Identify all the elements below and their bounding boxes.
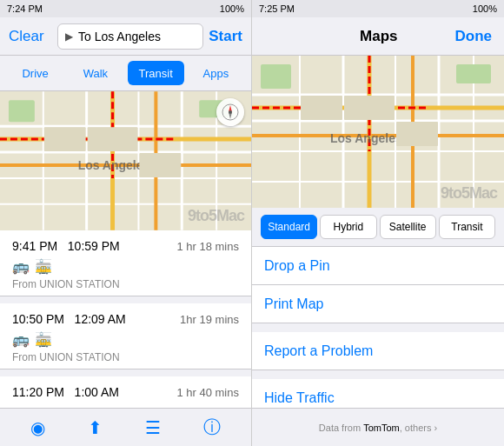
destination-text: To Los Angeles [78,30,161,43]
left-bottom-bar: ◉ ⬆ ☰ ⓘ [0,408,251,446]
svg-rect-21 [139,153,181,177]
svg-rect-17 [9,100,35,122]
svg-rect-20 [88,127,138,151]
start-button[interactable]: Start [209,28,242,45]
tomtom-label: TomTom [363,423,400,433]
options-list: Drop a Pin Print Map Report a Problem Hi… [252,247,504,408]
right-panel: 7:25 PM 100% Maps Done Los Angeles [252,0,504,446]
svg-rect-43 [261,64,291,89]
map-type-satellite[interactable]: Satellite [380,215,436,239]
right-battery: 100% [473,3,497,14]
route-2-time: 11:20 PM 1:00 AM [12,385,119,399]
routes-list: 9:41 PM 10:59 PM 1 hr 18 mins 🚌 🚋 From U… [0,230,251,408]
route-1-from: From UNION STATION [12,351,239,363]
map-type-hybrid[interactable]: Hybrid [320,215,376,239]
svg-text:Los Angeles: Los Angeles [78,158,150,172]
route-1-time: 10:50 PM 12:09 AM [12,312,126,326]
compass-button[interactable] [216,98,244,126]
left-time: 7:24 PM [7,3,43,14]
transport-tabs: Drive Walk Transit Apps [0,56,251,91]
route-item-2[interactable]: 11:20 PM 1:00 AM 1 hr 40 mins 🚌 From UNI… [0,376,251,408]
route-item-1[interactable]: 10:50 PM 12:09 AM 1hr 19 mins 🚌 🚋 From U… [0,303,251,369]
list-icon[interactable]: ☰ [145,417,161,438]
right-status-bar: 7:25 PM 100% [252,0,504,17]
tab-drive[interactable]: Drive [7,61,63,85]
right-map-area[interactable]: Los Angeles 9to5Mac [252,56,504,208]
nav-direction-icon: ▶ [65,30,73,43]
left-battery: 100% [220,3,244,14]
route-0-icons: 🚌 🚋 [12,258,239,275]
drop-pin-option[interactable]: Drop a Pin [252,247,504,285]
svg-text:Los Angeles: Los Angeles [330,131,402,145]
svg-rect-46 [344,96,395,120]
tab-walk[interactable]: Walk [67,61,123,85]
data-attribution: Data from TomTom, others › [319,423,437,433]
route-0-duration: 1 hr 18 mins [176,240,239,253]
map-type-transit[interactable]: Transit [439,215,495,239]
svg-point-25 [229,110,232,114]
clear-button[interactable]: Clear [9,28,52,45]
route-item-0[interactable]: 9:41 PM 10:59 PM 1 hr 18 mins 🚌 🚋 From U… [0,230,251,296]
route-1-icons: 🚌 🚋 [12,331,239,348]
report-problem-option[interactable]: Report a Problem [252,332,504,370]
destination-box[interactable]: ▶ To Los Angeles [57,23,203,50]
rail-icon: 🚋 [35,258,52,275]
map-type-standard[interactable]: Standard [261,215,317,239]
left-panel: 7:24 PM 100% Clear ▶ To Los Angeles Star… [0,0,252,446]
svg-rect-44 [456,64,491,83]
left-nav-bar: Clear ▶ To Los Angeles Start [0,17,251,56]
route-0-from: From UNION STATION [12,278,239,290]
location-icon[interactable]: ◉ [30,417,45,438]
watermark-right: 9to5Mac [441,184,497,203]
bus-icon: 🚌 [12,331,30,348]
options-separator [252,323,504,332]
rail-icon: 🚋 [35,331,52,348]
left-map-area[interactable]: Los Angeles 9to5Mac [0,91,251,230]
route-0-time: 9:41 PM 10:59 PM [12,239,120,253]
bus-icon: 🚌 [12,258,30,275]
right-bottom-bar: Data from TomTom, others › [252,408,504,446]
share-icon[interactable]: ⬆ [88,417,103,438]
watermark-left: 9to5Mac [188,207,244,225]
done-button[interactable]: Done [455,28,493,45]
tab-transit[interactable]: Transit [128,61,184,85]
svg-rect-45 [301,96,342,120]
route-1-duration: 1hr 19 mins [180,313,239,326]
hide-traffic-option[interactable]: Hide Traffic [252,379,504,408]
right-time: 7:25 PM [259,3,295,14]
right-nav-bar: Maps Done [252,17,504,56]
options-separator-2 [252,370,504,379]
svg-rect-47 [396,122,438,146]
svg-rect-19 [44,127,86,151]
right-title: Maps [360,28,397,45]
print-map-option[interactable]: Print Map [252,285,504,323]
map-type-bar: Standard Hybrid Satellite Transit [252,208,504,247]
route-2-duration: 1 hr 40 mins [176,386,239,399]
left-status-bar: 7:24 PM 100% [0,0,251,17]
tab-apps[interactable]: Apps [188,61,244,85]
info-icon[interactable]: ⓘ [203,416,221,439]
